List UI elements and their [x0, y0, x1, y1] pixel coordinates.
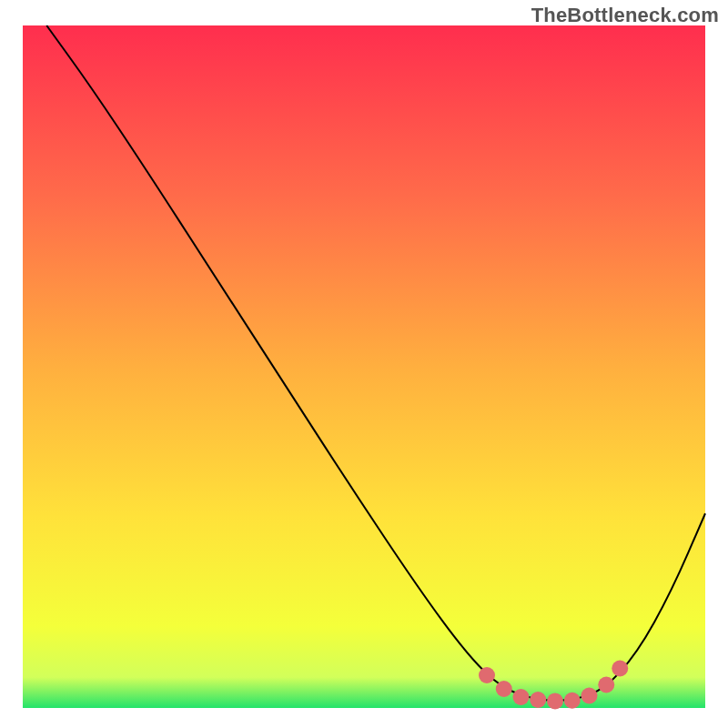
- watermark-text: TheBottleneck.com: [531, 4, 719, 27]
- chart-container: TheBottleneck.com: [0, 0, 728, 728]
- optimal-range-dot: [564, 693, 581, 709]
- bottleneck-chart-svg: [0, 0, 728, 728]
- optimal-range-dot: [612, 661, 628, 677]
- optimal-range-dot: [598, 677, 614, 693]
- optimal-range-dot: [581, 688, 598, 704]
- optimal-range-dot: [530, 692, 546, 708]
- optimal-range-dot: [547, 693, 563, 710]
- optimal-range-dot: [479, 667, 495, 683]
- optimal-range-dot: [513, 689, 530, 705]
- optimal-range-dot: [496, 681, 512, 697]
- plot-background: [23, 25, 705, 708]
